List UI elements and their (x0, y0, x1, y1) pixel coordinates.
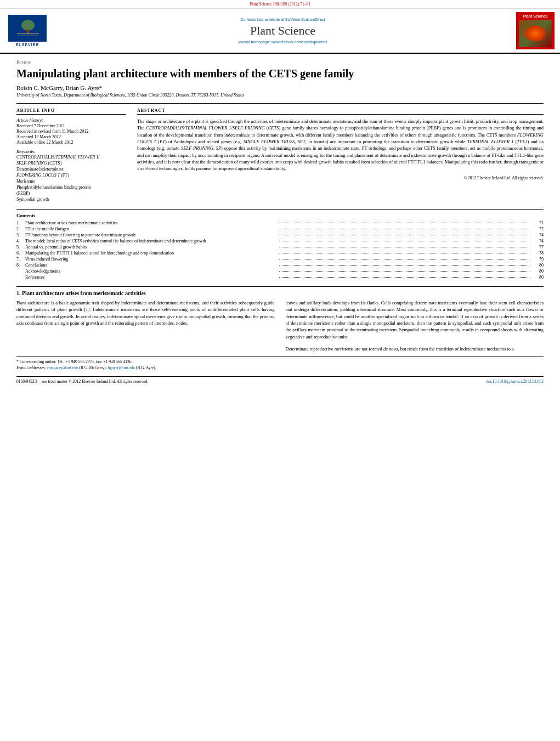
toc-dots (279, 229, 531, 229)
toc-item-7: 7. Virus-induced flowering 79 (16, 257, 544, 262)
toc-num: 8. (16, 263, 25, 268)
available-date: Available online 22 March 2012 (16, 140, 126, 145)
section-1-body: Plant architecture is a basic agronomic … (16, 299, 544, 352)
toc-dots (279, 277, 531, 278)
toc-num: 6. (16, 251, 25, 256)
toc-num: 3. (16, 233, 25, 237)
toc-dots (279, 235, 531, 235)
bottom-right[interactable]: doi:10.1016/j.plantsci.2012.03.002 (486, 379, 544, 384)
keyword-item: Meristems (16, 178, 126, 184)
toc-dots (279, 271, 531, 271)
email-link-1[interactable]: rmcgarry@unt.edu (47, 365, 78, 370)
article-affiliation: University of North Texas, Department of… (16, 93, 544, 98)
footnote-area: * Corresponding author. Tel.: +1 940 565… (16, 357, 544, 371)
keyword-item: Determinate/indeterminate (16, 166, 126, 172)
bottom-left: 0168-9452/$ – see front matter © 2012 El… (16, 379, 148, 384)
sciverse-link[interactable]: SciVerse ScienceDirect (285, 18, 325, 21)
toc-page: 80 (533, 275, 544, 280)
toc-page: 80 (533, 263, 544, 268)
toc-num: 5. (16, 245, 25, 250)
toc-label: The model; local ratios of CETS activiti… (25, 239, 277, 244)
keyword-item: (PEBP) (16, 190, 126, 196)
badge-label: Plant Science (523, 14, 548, 18)
contents-title: Contents (16, 213, 544, 218)
abstract-text: The shape or architecture of a plant is … (137, 118, 544, 172)
keywords-em: Keywords: (16, 149, 35, 154)
toc-dots (279, 247, 531, 247)
toc-num: 1. (16, 220, 25, 225)
article-authors: Roisin C. McGarry, Brian G. Ayre* (16, 84, 544, 91)
toc-dots (279, 265, 531, 265)
article-info-header: Article Info (16, 108, 126, 115)
journal-info-bar: Plant Science 188–189 (2012) 71–81 (0, 0, 560, 9)
revised-date: Received in revised form 11 March 2012 (16, 129, 126, 134)
article-history-label: Article history: (16, 118, 126, 123)
section-1: 1. Plant architecture arises from merist… (16, 286, 544, 352)
toc-item-6: 6. Manipulating the FT/TFL1 balance; a t… (16, 251, 544, 256)
history-label: Article history: (16, 118, 43, 123)
toc-label: FT functions beyond flowering to promote… (25, 233, 277, 237)
accepted-date: Accepted 12 March 2012 (16, 134, 126, 139)
keywords-section: Keywords: CENTRORADIALIS/TERMINAL FLOWER… (16, 149, 126, 202)
toc-dots (279, 223, 531, 223)
toc-label: Virus-induced flowering (25, 257, 277, 262)
keyword-item: FLOWERING LOCUS T (FT) (16, 172, 126, 178)
toc-num: 2. (16, 227, 25, 231)
toc-item-5: 5. Annual vs. perennial growth habits 77 (16, 245, 544, 250)
authors-text: Roisin C. McGarry, Brian G. Ayre* (16, 84, 102, 91)
journal-citation: Plant Science 188–189 (2012) 71–81 (250, 2, 310, 7)
toc-page: 74 (533, 239, 544, 244)
email-link-2[interactable]: bgayre@unt.edu (108, 365, 135, 370)
toc-dots (279, 253, 531, 253)
copyright-line: © 2012 Elsevier Ireland Ltd. All rights … (137, 176, 544, 180)
homepage-link[interactable]: www.elsevier.com/locate/plantsci (271, 40, 327, 44)
divider (16, 103, 544, 104)
section-1-right-text-2: Determinate reproductive meristems are n… (286, 346, 544, 352)
toc-label: Acknowledgements (25, 269, 277, 274)
toc-label: Manipulating the FT/TFL1 balance; a tool… (25, 251, 277, 256)
homepage-prefix: journal homepage: (239, 40, 271, 44)
plant-science-badge: Plant Science (516, 12, 555, 49)
toc-page: 78 (533, 251, 544, 256)
article-section-label: Review (16, 59, 544, 65)
svg-rect-2 (27, 29, 29, 33)
toc-item-1: 1. Plant architecture arises from merist… (16, 220, 544, 225)
toc-label: Annual vs. perennial growth habits (25, 245, 277, 250)
keywords-list: CENTRORADIALIS/TERMINAL FLOWER 1/ SELF-P… (16, 154, 126, 202)
keyword-item: SELF-PRUNING (CETS) (16, 160, 126, 166)
main-content: Review Manipulating plant architecture w… (0, 54, 560, 389)
toc-num: 7. (16, 257, 25, 262)
toc-page: 74 (533, 233, 544, 237)
toc-page: 71 (533, 220, 544, 225)
toc-item-ref: References 80 (16, 275, 544, 280)
section-1-title: 1. Plant architecture arises from merist… (16, 290, 544, 296)
toc-item-3: 3. FT functions beyond flowering to prom… (16, 233, 544, 237)
footnote-star-text: * Corresponding author. Tel.: +1 940 565… (16, 359, 544, 365)
toc-item-2: 2. FT is the mobile florigen 72 (16, 227, 544, 231)
footnote-email-text: E-mail addresses: rmcgarry@unt.edu (R.C.… (16, 365, 544, 371)
keyword-item: CENTRORADIALIS/TERMINAL FLOWER 1/ (16, 154, 126, 160)
toc-dots (279, 241, 531, 241)
elsevier-text: ELSEVIER (16, 43, 39, 47)
sciverse-line: Contents lists available at SciVerse Sci… (240, 18, 325, 21)
toc-page: 80 (533, 269, 544, 274)
section-1-left-text: Plant architecture is a basic agronomic … (16, 299, 275, 326)
keywords-label: Keywords: (16, 149, 126, 154)
toc-label: Conclusions (25, 263, 277, 268)
toc-label: Plant architecture arises from meristema… (25, 220, 277, 225)
toc-label: FT is the mobile florigen (25, 227, 277, 231)
keyword-item: Phosphatidylethanolamine binding protein (16, 184, 126, 190)
section-1-right-col: leaves and axillary buds develops from i… (286, 299, 544, 352)
journal-title: Plant Science (250, 24, 315, 38)
badge-cover-image (519, 20, 552, 47)
bottom-bar: 0168-9452/$ – see front matter © 2012 El… (16, 376, 544, 384)
toc-item-4: 4. The model; local ratios of CETS activ… (16, 239, 544, 244)
article-info-abstract: Article Info Article history: Received 7… (16, 108, 544, 202)
sciverse-prefix: Contents lists available at (240, 18, 285, 21)
contents-section: Contents 1. Plant architecture arises fr… (16, 209, 544, 280)
toc-page: 72 (533, 227, 544, 231)
section-1-right-text: leaves and axillary buds develops from i… (286, 299, 544, 340)
toc-page: 79 (533, 257, 544, 262)
abstract-header: ABSTRACT (137, 108, 544, 115)
journal-header: ELSEVIER Contents lists available at Sci… (0, 9, 560, 54)
